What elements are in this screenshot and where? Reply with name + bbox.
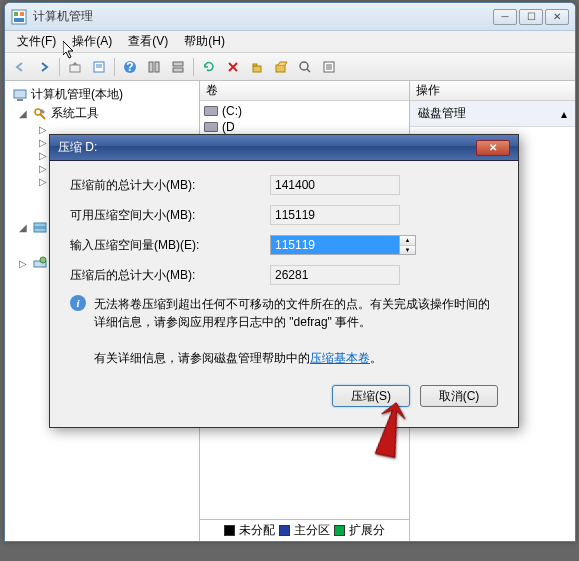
titlebar: 计算机管理 ─ ☐ ✕	[5, 3, 575, 31]
input-shrink-amount[interactable]: 115119	[270, 235, 400, 255]
disk-icon	[204, 122, 218, 132]
tree-root[interactable]: 计算机管理(本地)	[9, 85, 195, 104]
value-space-avail: 115119	[270, 205, 400, 225]
svg-rect-1	[14, 12, 18, 16]
svg-rect-12	[173, 62, 183, 66]
expand-icon[interactable]: ▷	[37, 124, 49, 135]
label-size-after: 压缩后的总计大小(MB):	[70, 267, 270, 284]
window-title: 计算机管理	[33, 8, 493, 25]
svg-rect-2	[20, 12, 24, 16]
shrink-dialog: 压缩 D: ✕ 压缩前的总计大小(MB): 141400 可用压缩空间大小(MB…	[49, 134, 519, 428]
help-button[interactable]: ?	[119, 56, 141, 78]
dialog-title: 压缩 D:	[58, 139, 476, 156]
tree-systools[interactable]: ◢ 系统工具	[9, 104, 195, 123]
svg-rect-15	[253, 64, 257, 66]
menu-help[interactable]: 帮助(H)	[176, 31, 233, 52]
maximize-button[interactable]: ☐	[519, 9, 543, 25]
volume-item-c[interactable]: (C:)	[204, 103, 405, 119]
value-size-after: 26281	[270, 265, 400, 285]
expand-icon[interactable]: ▷	[37, 176, 49, 187]
forward-button[interactable]	[33, 56, 55, 78]
svg-rect-11	[155, 62, 159, 72]
info-text: i 无法将卷压缩到超出任何不可移动的文件所在的点。有关完成该操作时间的详细信息，…	[70, 295, 498, 331]
svg-line-26	[40, 114, 45, 119]
collapse-icon[interactable]: ◢	[17, 222, 29, 233]
back-button[interactable]	[9, 56, 31, 78]
delete-button[interactable]	[222, 56, 244, 78]
collapse-icon[interactable]: ◢	[17, 108, 29, 119]
spinner[interactable]: ▲▼	[400, 235, 416, 255]
menubar: 文件(F) 操作(A) 查看(V) 帮助(H)	[5, 31, 575, 53]
disk-icon	[204, 106, 218, 116]
svg-rect-3	[14, 18, 24, 22]
window-controls: ─ ☐ ✕	[493, 9, 569, 25]
svg-rect-4	[70, 65, 80, 72]
svg-rect-24	[17, 99, 23, 101]
column-header-volume[interactable]: 卷	[200, 81, 409, 101]
expand-icon[interactable]: ▷	[37, 163, 49, 174]
info-icon: i	[70, 295, 86, 311]
expand-icon[interactable]: ▷	[37, 137, 49, 148]
properties-button[interactable]	[88, 56, 110, 78]
legend-unalloc-box	[224, 525, 235, 536]
svg-rect-27	[34, 223, 46, 227]
actions-subheader[interactable]: 磁盘管理▴	[410, 101, 575, 127]
cancel-button[interactable]: 取消(C)	[420, 385, 498, 407]
dialog-close-button[interactable]: ✕	[476, 140, 510, 156]
open-icon[interactable]	[270, 56, 292, 78]
svg-rect-28	[34, 228, 46, 232]
dialog-buttons: 压缩(S) 取消(C)	[50, 377, 518, 421]
close-button[interactable]: ✕	[545, 9, 569, 25]
svg-rect-10	[149, 62, 153, 72]
menu-view[interactable]: 查看(V)	[120, 31, 176, 52]
storage-icon	[32, 219, 48, 235]
tools-icon	[32, 106, 48, 122]
expand-icon[interactable]: ▷	[37, 150, 49, 161]
menu-file[interactable]: 文件(F)	[9, 31, 64, 52]
tree-root-label: 计算机管理(本地)	[31, 86, 123, 103]
svg-rect-23	[14, 90, 26, 98]
toolbar: ?	[5, 53, 575, 81]
svg-point-17	[300, 62, 308, 70]
dialog-titlebar: 压缩 D: ✕	[50, 135, 518, 161]
minimize-button[interactable]: ─	[493, 9, 517, 25]
svg-point-30	[40, 257, 46, 263]
menu-action[interactable]: 操作(A)	[64, 31, 120, 52]
svg-text:?: ?	[126, 60, 133, 74]
svg-rect-13	[173, 68, 183, 72]
refresh-button[interactable]	[198, 56, 220, 78]
app-icon	[11, 9, 27, 25]
label-shrink-amount: 输入压缩空间量(MB)(E):	[70, 237, 270, 254]
value-size-before: 141400	[270, 175, 400, 195]
legend-primary-box	[279, 525, 290, 536]
dialog-body: 压缩前的总计大小(MB): 141400 可用压缩空间大小(MB): 11511…	[50, 161, 518, 377]
view1-button[interactable]	[143, 56, 165, 78]
legend: 未分配 主分区 扩展分	[200, 519, 409, 541]
volume-item-d[interactable]: (D	[204, 119, 405, 135]
legend-ext-box	[334, 525, 345, 536]
svg-rect-16	[276, 65, 285, 72]
actions-header: 操作	[410, 81, 575, 101]
volume-list: (C:) (D	[200, 101, 409, 137]
info-link-row: 有关详细信息，请参阅磁盘管理帮助中的压缩基本卷。	[70, 349, 498, 367]
spin-down-icon[interactable]: ▼	[400, 246, 415, 255]
label-space-avail: 可用压缩空间大小(MB):	[70, 207, 270, 224]
list-icon[interactable]	[318, 56, 340, 78]
svg-line-18	[307, 69, 310, 72]
settings-icon[interactable]	[246, 56, 268, 78]
up-button[interactable]	[64, 56, 86, 78]
svg-rect-14	[253, 66, 261, 72]
chevron-up-icon: ▴	[561, 107, 567, 121]
view2-button[interactable]	[167, 56, 189, 78]
expand-icon[interactable]: ▷	[17, 258, 29, 269]
computer-icon	[12, 87, 28, 103]
help-link[interactable]: 压缩基本卷	[310, 351, 370, 365]
services-icon	[32, 255, 48, 271]
search-icon[interactable]	[294, 56, 316, 78]
tree-systools-label: 系统工具	[51, 105, 99, 122]
shrink-button[interactable]: 压缩(S)	[332, 385, 410, 407]
label-size-before: 压缩前的总计大小(MB):	[70, 177, 270, 194]
spin-up-icon[interactable]: ▲	[400, 236, 415, 246]
